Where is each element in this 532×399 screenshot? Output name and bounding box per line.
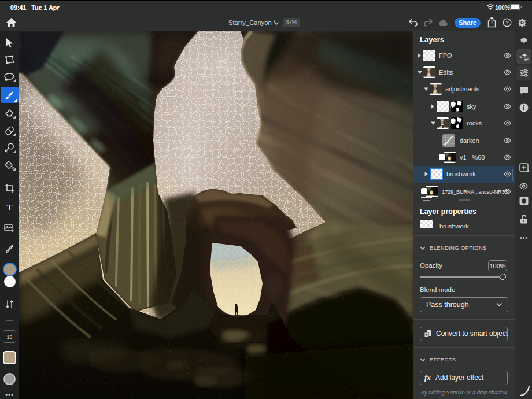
svg-text:?: ?	[505, 19, 509, 25]
